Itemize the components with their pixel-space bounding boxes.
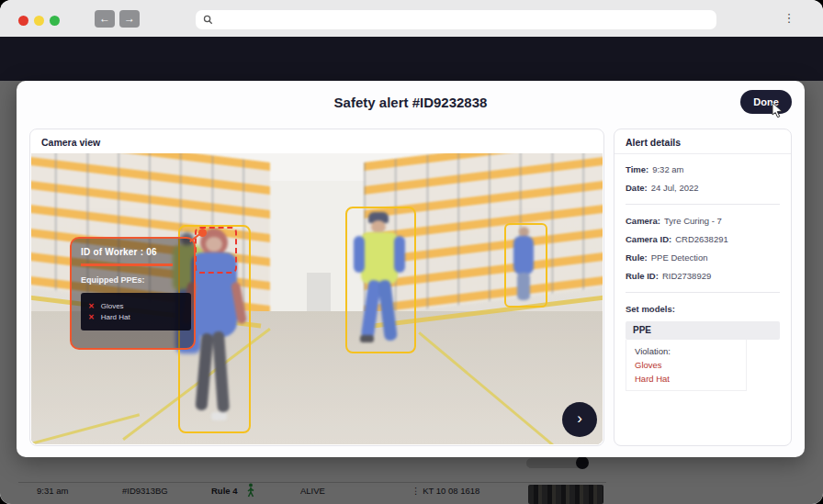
alert-details-panel: Alert details Time:9:32 am Date:24 Jul, … xyxy=(614,129,792,446)
field-value: 24 Jul, 2022 xyxy=(651,183,699,193)
field-label: Camera: xyxy=(626,216,660,226)
forward-arrow-icon: → xyxy=(124,12,135,25)
section-divider xyxy=(626,204,780,205)
cross-icon: ✕ xyxy=(88,302,95,310)
field-value: 9:32 am xyxy=(652,164,683,174)
forward-button[interactable]: → xyxy=(119,10,140,28)
traffic-light-zoom-icon[interactable] xyxy=(50,16,60,26)
section-divider xyxy=(626,292,780,293)
model-ppe-header[interactable]: PPE xyxy=(626,321,780,340)
mouse-cursor-icon xyxy=(772,103,784,118)
field-label: Camera ID: xyxy=(626,234,671,244)
field-value: PPE Detection xyxy=(651,252,708,263)
field-rule: Rule:PPE Detection xyxy=(626,252,780,263)
browser-menu-icon[interactable]: ⋮ xyxy=(783,11,795,28)
back-arrow-icon: ← xyxy=(99,12,110,25)
back-button[interactable]: ← xyxy=(95,10,115,28)
violation-item: Hard Hat xyxy=(635,374,738,384)
bbox-worker-far[interactable] xyxy=(504,223,547,308)
modal-title: Safety alert #ID9232838 xyxy=(17,95,805,110)
field-rule-id: Rule ID:RID2738929 xyxy=(626,271,780,281)
tooltip-ppe-label: Gloves xyxy=(101,302,124,310)
safety-alert-modal: Safety alert #ID9232838 Done Camera view xyxy=(17,81,805,457)
camera-feed-image: ID of Worker : 06 Equipped PPEs: ✕ Glove… xyxy=(31,153,603,444)
alert-details-header: Alert details xyxy=(614,129,791,154)
violation-label: Violation: xyxy=(635,346,738,356)
alert-details-title: Alert details xyxy=(626,137,681,148)
search-icon xyxy=(203,15,213,25)
field-label: Rule ID: xyxy=(626,271,659,281)
field-label: Date: xyxy=(626,183,648,193)
tooltip-ppe-item: ✕ Gloves xyxy=(88,302,184,310)
field-label: Time: xyxy=(626,164,648,174)
set-models-label: Set models: xyxy=(626,304,780,314)
field-time: Time:9:32 am xyxy=(626,164,780,174)
field-label: Rule: xyxy=(626,252,648,263)
address-search-bar[interactable] xyxy=(196,10,716,29)
tooltip-worker-id: ID of Worker : 06 xyxy=(81,247,185,257)
tooltip-ppe-label: Hard Hat xyxy=(101,313,130,321)
field-value: Tyre Curing - 7 xyxy=(664,216,722,226)
tooltip-ppe-list: ✕ Gloves ✕ Hard Hat xyxy=(81,293,191,330)
search-input[interactable] xyxy=(213,14,679,26)
field-value: RID2738929 xyxy=(662,271,711,281)
camera-view-panel: Camera view xyxy=(29,129,604,446)
camera-view-title: Camera view xyxy=(41,137,100,148)
field-camera-id: Camera ID:CRD2638291 xyxy=(626,234,780,244)
field-date: Date:24 Jul, 2022 xyxy=(626,183,780,193)
tooltip-ppe-item: ✕ Hard Hat xyxy=(88,313,184,321)
bbox-worker-vest[interactable] xyxy=(345,207,416,353)
tooltip-divider xyxy=(81,263,173,266)
worker-tooltip: ID of Worker : 06 Equipped PPEs: ✕ Glove… xyxy=(70,237,196,350)
next-camera-button[interactable]: › xyxy=(562,402,597,437)
field-value: CRD2638291 xyxy=(675,234,728,244)
app-window: ← → ⋮ safetywhat xyxy=(0,0,823,504)
traffic-light-close-icon[interactable] xyxy=(18,16,28,26)
chevron-right-icon: › xyxy=(577,409,582,427)
field-camera: Camera:Tyre Curing - 7 xyxy=(626,216,780,226)
tooltip-equipped-label: Equipped PPEs: xyxy=(81,275,185,285)
violation-item: Gloves xyxy=(635,360,738,370)
browser-chrome: ← → ⋮ xyxy=(0,0,823,37)
cross-icon: ✕ xyxy=(88,313,95,321)
alert-details-body: Time:9:32 am Date:24 Jul, 2022 Camera:Ty… xyxy=(626,164,780,391)
violation-box: Violation: Gloves Hard Hat xyxy=(626,340,747,391)
app-navbar: safetywhat xyxy=(0,37,823,81)
traffic-light-minimize-icon[interactable] xyxy=(34,16,44,26)
